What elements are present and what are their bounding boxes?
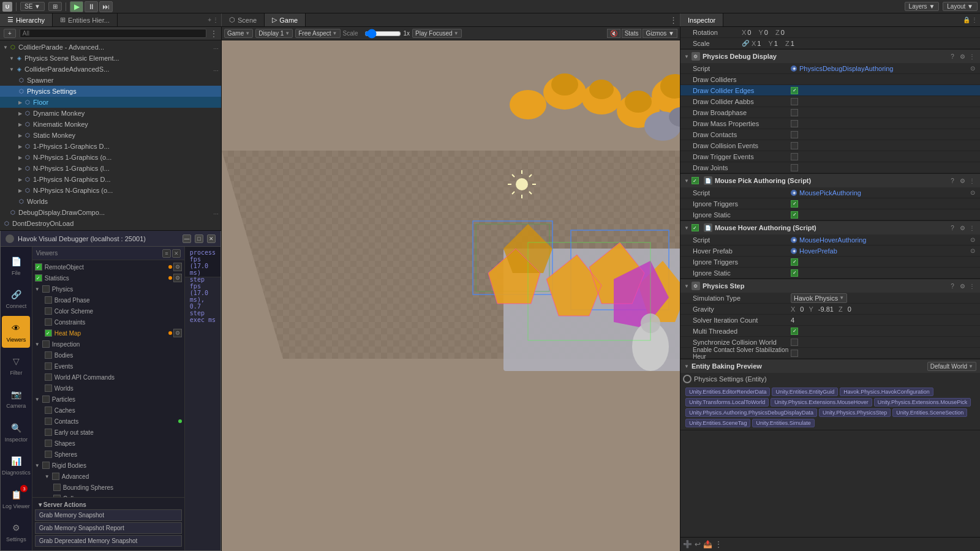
overflow-button[interactable]: ⋮ bbox=[968, 282, 976, 290]
tree-worlds[interactable]: Worlds bbox=[32, 383, 184, 394]
pause-button[interactable]: ⏸ bbox=[85, 1, 98, 12]
hierarchy-item-physicsscene[interactable]: ▼ ◈ Physics Scene Basic Element... bbox=[0, 53, 221, 64]
tree-filter-button[interactable]: ≡ bbox=[162, 249, 171, 258]
tree-early-out-state[interactable]: Early out state bbox=[32, 427, 184, 438]
close-button[interactable]: ✕ bbox=[207, 234, 216, 243]
footer-export-button[interactable]: 📤 bbox=[703, 540, 712, 549]
script-target-button[interactable]: ⊙ bbox=[970, 236, 975, 243]
check-caches[interactable] bbox=[45, 407, 52, 414]
se-button[interactable]: SE ▼ bbox=[20, 2, 45, 11]
grab-deprecated-snapshot-button[interactable]: Grab Deprecated Memory Snapshot bbox=[35, 535, 182, 547]
check-shapes[interactable] bbox=[45, 440, 52, 447]
tree-color-scheme[interactable]: Color Scheme bbox=[32, 305, 184, 317]
tab-inspector[interactable]: Inspector bbox=[680, 13, 723, 26]
check-worldapi[interactable] bbox=[45, 373, 52, 381]
tree-broad-phase[interactable]: Broad Phase bbox=[32, 294, 184, 305]
play-button[interactable]: ▶ bbox=[70, 1, 83, 12]
item-settings-button[interactable]: ⚙ bbox=[173, 274, 182, 282]
nav-settings[interactable]: ⚙ Settings bbox=[2, 516, 30, 548]
tree-cells[interactable]: Cells bbox=[32, 493, 184, 497]
hierarchy-menu-button[interactable]: ⋮ bbox=[213, 17, 219, 23]
check-boundingspheres[interactable] bbox=[53, 484, 61, 491]
game-dropdown-button[interactable]: Game ▼ bbox=[224, 29, 253, 38]
ignore-triggers-checkbox[interactable] bbox=[791, 200, 798, 208]
hierarchy-item-dynamic-monkey[interactable]: ▶ ⬡ Dynamic Monkey bbox=[0, 108, 221, 119]
hierarchy-item-dontdestroy[interactable]: ⬡ DontDestroyOnLoad bbox=[0, 218, 221, 229]
draw-collider-aabbs-checkbox[interactable] bbox=[791, 98, 798, 105]
draw-broadphase-checkbox[interactable] bbox=[791, 109, 798, 116]
physics-step-header[interactable]: ▼ ⚙ Physics Step ? ⚙ ⋮ bbox=[680, 279, 980, 293]
check-constraints[interactable] bbox=[45, 318, 52, 326]
layout-button[interactable]: Layout ▼ bbox=[943, 2, 978, 11]
stats-button[interactable]: Stats bbox=[622, 29, 642, 38]
ignore-triggers-checkbox[interactable] bbox=[791, 258, 798, 266]
tab-game[interactable]: ▷ Game bbox=[265, 13, 306, 26]
hover-prefab-link[interactable]: HoverPrefab bbox=[799, 247, 837, 255]
draw-mass-checkbox[interactable] bbox=[791, 120, 798, 127]
hierarchy-options-button[interactable]: ⋮ bbox=[210, 29, 217, 38]
nav-connect[interactable]: 🔗 Connect bbox=[2, 282, 30, 314]
layers-button[interactable]: Layers ▼ bbox=[905, 2, 940, 11]
item-settings-button[interactable]: ⚙ bbox=[173, 263, 182, 271]
script-target-button[interactable]: ⊙ bbox=[970, 65, 975, 72]
physics-debug-header[interactable]: ▼ ⚙ Physics Debug Display ? ⚙ ⋮ bbox=[680, 50, 980, 63]
multi-threaded-checkbox[interactable] bbox=[791, 328, 798, 335]
footer-add-button[interactable]: ➕ bbox=[683, 540, 692, 549]
nav-filter[interactable]: ▽ Filter bbox=[2, 349, 30, 381]
ignore-static-checkbox[interactable] bbox=[791, 269, 798, 277]
footer-options-button[interactable]: ⋮ bbox=[715, 540, 722, 549]
draw-collider-edges-row[interactable]: Draw Collider Edges bbox=[680, 85, 980, 96]
tree-spheres[interactable]: Spheres bbox=[32, 449, 184, 460]
game-viewport[interactable] bbox=[222, 40, 680, 551]
nav-viewers[interactable]: 👁 Viewers bbox=[2, 316, 30, 348]
circle-radio[interactable] bbox=[683, 375, 692, 383]
grab-memory-snapshot-button[interactable]: Grab Memory Snapshot bbox=[35, 509, 182, 521]
server-actions-header[interactable]: ▼ Server Actions bbox=[35, 500, 182, 509]
mouse-hover-header[interactable]: ▼ 📄 Mouse Hover Authoring (Script) ? ⚙ ⋮ bbox=[680, 221, 980, 234]
sync-collision-checkbox[interactable] bbox=[791, 339, 798, 346]
check-advanced[interactable] bbox=[52, 473, 59, 480]
component-enable-checkbox[interactable] bbox=[692, 224, 699, 231]
tree-caches[interactable]: Caches bbox=[32, 405, 184, 416]
tab-hierarchy[interactable]: ☰ Hierarchy bbox=[0, 13, 53, 26]
draw-joints-checkbox[interactable] bbox=[791, 164, 798, 171]
component-enable-checkbox[interactable] bbox=[692, 177, 699, 184]
settings-button[interactable]: ⚙ bbox=[958, 223, 967, 232]
aspect-dropdown-button[interactable]: Free Aspect ▼ bbox=[295, 29, 340, 38]
check-physics[interactable] bbox=[42, 285, 50, 293]
nav-diagnostics[interactable]: 📊 Diagnostics bbox=[2, 449, 30, 481]
tree-shapes[interactable]: Shapes bbox=[32, 438, 184, 449]
tab-scene[interactable]: ⬡ Scene bbox=[222, 13, 265, 26]
mute-button[interactable]: 🔇 bbox=[607, 29, 620, 38]
minimize-button[interactable]: — bbox=[183, 234, 191, 243]
contact-solver-checkbox[interactable] bbox=[791, 350, 798, 357]
simulation-type-dropdown[interactable]: Havok Physics ▼ bbox=[791, 293, 847, 303]
gizmos-button[interactable]: Gizmos ▼ bbox=[643, 29, 677, 38]
inspector-menu-button[interactable]: ⋮ bbox=[971, 17, 978, 23]
settings-button[interactable]: ⚙ bbox=[958, 52, 967, 61]
tree-statistics[interactable]: ✓ Statistics ⚙ bbox=[32, 272, 184, 283]
ignore-static-checkbox[interactable] bbox=[791, 211, 798, 219]
tree-events[interactable]: Events bbox=[32, 361, 184, 372]
inspector-lock-button[interactable]: 🔒 bbox=[963, 17, 970, 23]
tree-close-button[interactable]: ✕ bbox=[172, 249, 181, 258]
play-focused-button[interactable]: Play Focused ▼ bbox=[412, 29, 462, 38]
overflow-button[interactable]: ⋮ bbox=[968, 176, 976, 185]
display-dropdown-button[interactable]: Display 1 ▼ bbox=[255, 29, 293, 38]
hierarchy-search-input[interactable] bbox=[20, 29, 206, 38]
hierarchy-item-spawner[interactable]: ⬡ Spawner bbox=[0, 75, 221, 86]
hierarchy-item-worlds[interactable]: ⬡ Worlds bbox=[0, 196, 221, 207]
hierarchy-add-btn[interactable]: + bbox=[4, 29, 16, 38]
hierarchy-item-1physics-graphics[interactable]: ▶ ⬡ 1-Physics 1-Graphics D... bbox=[0, 141, 221, 152]
grid-button[interactable]: ⊞ bbox=[48, 2, 62, 11]
script-link[interactable]: ◈ MousePickAuthoring bbox=[791, 189, 861, 197]
check-worlds[interactable] bbox=[45, 384, 52, 392]
tree-rigid-bodies[interactable]: ▼ Rigid Bodies bbox=[32, 460, 184, 471]
overflow-button[interactable]: ⋮ bbox=[968, 223, 976, 232]
tree-heat-map[interactable]: ✓ Heat Map ⚙ bbox=[32, 328, 184, 339]
check-earlyout[interactable] bbox=[45, 429, 52, 436]
draw-collider-edges-checkbox[interactable] bbox=[791, 87, 798, 94]
help-button[interactable]: ? bbox=[948, 52, 957, 61]
check-colorscheme[interactable] bbox=[45, 307, 52, 315]
check-spheres[interactable] bbox=[45, 451, 52, 458]
